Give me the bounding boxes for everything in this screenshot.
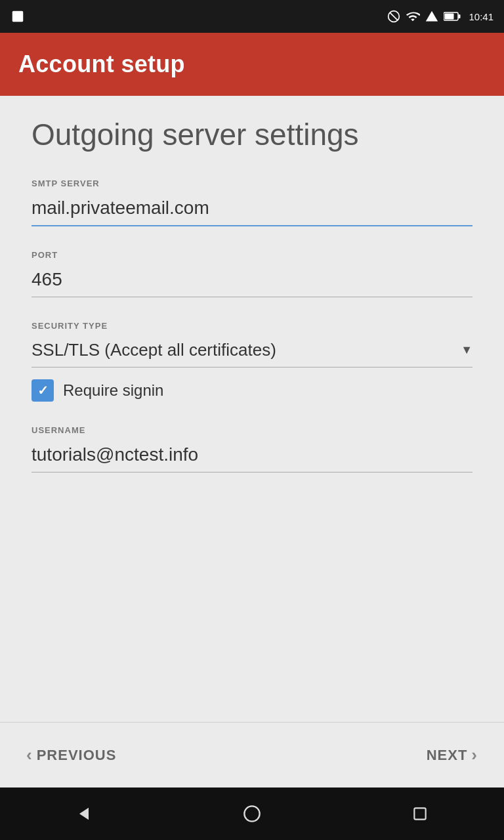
security-type-dropdown[interactable]: SSL/TLS (Accept all certificates) ▼: [32, 336, 472, 368]
app-bar: Account setup: [0, 33, 504, 96]
next-label: NEXT: [427, 747, 468, 764]
svg-rect-7: [414, 808, 425, 819]
smtp-server-group: SMTP SERVER: [32, 178, 472, 226]
security-type-value: SSL/TLS (Accept all certificates): [32, 340, 276, 360]
svg-rect-4: [459, 14, 461, 18]
android-home-button[interactable]: [239, 801, 265, 827]
android-recents-button[interactable]: [407, 801, 433, 827]
port-group: PORT: [32, 250, 472, 297]
back-icon: [75, 805, 93, 823]
status-time: 10:41: [469, 11, 494, 22]
svg-rect-3: [445, 14, 454, 20]
security-type-label: SECURITY TYPE: [32, 321, 472, 331]
recents-icon: [411, 805, 429, 822]
chevron-down-icon: ▼: [461, 343, 472, 357]
svg-marker-5: [79, 808, 89, 820]
svg-point-6: [244, 806, 259, 821]
photo-icon: [10, 9, 25, 24]
status-bar-right-icons: 10:41: [387, 9, 494, 24]
android-back-button[interactable]: [71, 801, 97, 827]
smtp-server-input[interactable]: [32, 194, 472, 226]
port-input[interactable]: [32, 265, 472, 297]
signal-icon: [425, 10, 438, 23]
bottom-nav: ‹ PREVIOUS NEXT ›: [0, 722, 504, 788]
port-label: PORT: [32, 250, 472, 260]
username-input[interactable]: [32, 440, 472, 472]
home-icon: [243, 805, 261, 823]
battery-icon: [444, 9, 461, 24]
previous-label: PREVIOUS: [37, 747, 117, 764]
page-heading: Outgoing server settings: [32, 117, 472, 152]
android-nav-bar: [0, 788, 504, 840]
checkmark-icon: ✓: [37, 383, 49, 398]
status-bar-left-icons: [10, 9, 25, 24]
smtp-server-label: SMTP SERVER: [32, 178, 472, 188]
require-signin-row: ✓ Require signin: [32, 379, 472, 402]
main-content: Outgoing server settings SMTP SERVER POR…: [0, 96, 504, 722]
wifi-icon: [406, 9, 420, 24]
require-signin-checkbox[interactable]: ✓: [32, 379, 54, 402]
next-button[interactable]: NEXT ›: [427, 745, 478, 765]
chevron-left-icon: ‹: [26, 745, 33, 765]
username-group: USERNAME: [32, 425, 472, 472]
chevron-right-icon: ›: [471, 745, 478, 765]
require-signin-label: Require signin: [63, 381, 163, 400]
status-bar: 10:41: [0, 0, 504, 33]
security-type-group: SECURITY TYPE SSL/TLS (Accept all certif…: [32, 321, 472, 402]
username-label: USERNAME: [32, 425, 472, 435]
previous-button[interactable]: ‹ PREVIOUS: [26, 745, 116, 765]
block-icon: [387, 10, 400, 23]
app-bar-title: Account setup: [18, 51, 185, 78]
